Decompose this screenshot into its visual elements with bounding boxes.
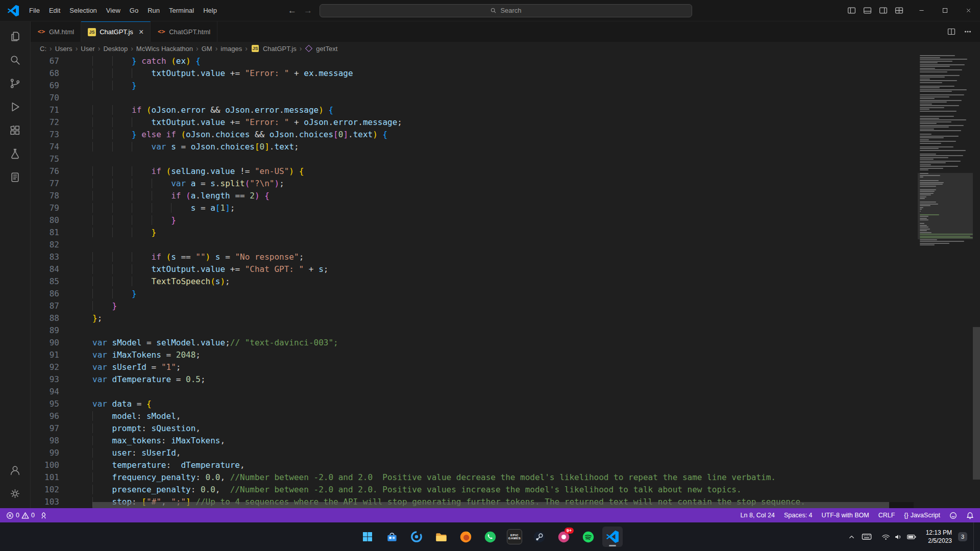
breadcrumb-item[interactable]: McWics Hackathon	[136, 45, 193, 53]
menu-run[interactable]: Run	[143, 4, 164, 17]
line-number[interactable]: 98	[31, 435, 59, 447]
whatsapp-button[interactable]	[480, 527, 500, 547]
source-control-icon[interactable]	[3, 71, 28, 95]
line-number[interactable]: 99	[31, 447, 59, 459]
line-number[interactable]: 84	[31, 263, 59, 276]
menu-help[interactable]: Help	[199, 4, 222, 17]
horizontal-scrollbar[interactable]	[92, 502, 914, 508]
line-number[interactable]: 95	[31, 398, 59, 410]
toggle-secondary-sidebar-icon[interactable]	[879, 6, 888, 15]
code-line-94[interactable]	[92, 386, 980, 398]
maximize-button[interactable]	[933, 0, 957, 21]
search-sidebar-icon[interactable]	[3, 48, 28, 71]
line-number[interactable]: 67	[31, 55, 59, 67]
line-number[interactable]: 91	[31, 349, 59, 361]
code-line-98[interactable]: max_tokens: iMaxTokens,	[92, 435, 980, 447]
code-line-87[interactable]: }	[92, 300, 980, 312]
line-number[interactable]: 102	[31, 484, 59, 496]
code-line-74[interactable]: var s = oJson.choices[0].text;	[92, 141, 980, 153]
code-line-72[interactable]: txtOutput.value += "Error: " + oJson.err…	[92, 116, 980, 129]
line-number[interactable]: 92	[31, 361, 59, 373]
code-line-92[interactable]: var sUserId = "1";	[92, 361, 980, 373]
line-number[interactable]: 69	[31, 80, 59, 92]
line-number[interactable]: 90	[31, 337, 59, 349]
feedback-icon[interactable]	[949, 512, 957, 519]
code-line-76[interactable]: if (selLang.value != "en-US") {	[92, 165, 980, 178]
line-number[interactable]: 97	[31, 422, 59, 435]
more-actions-icon[interactable]	[964, 28, 972, 36]
code-line-79[interactable]: s = a[1];	[92, 202, 980, 214]
line-number[interactable]: 83	[31, 251, 59, 263]
problems-indicator[interactable]: 0 0	[6, 512, 35, 519]
spotify-button[interactable]	[578, 527, 598, 547]
settings-gear-icon[interactable]	[3, 482, 28, 505]
indentation-setting[interactable]: Spaces: 4	[784, 512, 813, 519]
explorer-icon[interactable]	[3, 24, 28, 48]
extensions-icon[interactable]	[3, 118, 28, 142]
app-swirl-button[interactable]	[406, 527, 427, 547]
line-number[interactable]: 74	[31, 141, 59, 153]
vertical-scrollbar[interactable]	[973, 55, 980, 508]
line-number[interactable]: 101	[31, 471, 59, 484]
line-number[interactable]: 79	[31, 202, 59, 214]
line-number[interactable]: 88	[31, 312, 59, 324]
network-volume-battery-button[interactable]	[878, 529, 920, 545]
line-number[interactable]: 85	[31, 276, 59, 288]
code-line-89[interactable]	[92, 324, 980, 337]
close-tab-icon[interactable]: ×	[139, 28, 143, 37]
file-explorer-button[interactable]	[431, 527, 451, 547]
code-line-81[interactable]: }	[92, 227, 980, 239]
line-number[interactable]: 72	[31, 116, 59, 129]
breadcrumb-item[interactable]: images	[220, 45, 242, 53]
firefox-button[interactable]	[455, 527, 476, 547]
line-number[interactable]: 103	[31, 496, 59, 508]
line-number[interactable]: 78	[31, 190, 59, 202]
minimap-slider[interactable]	[918, 173, 973, 239]
line-number[interactable]: 100	[31, 459, 59, 471]
line-number[interactable]: 71	[31, 104, 59, 116]
line-number[interactable]: 89	[31, 324, 59, 337]
line-number[interactable]: 96	[31, 410, 59, 422]
code-line-101[interactable]: frequency_penalty: 0.0, //Number between…	[92, 471, 980, 484]
notifications-bell-icon[interactable]	[966, 512, 974, 519]
history-forward-icon[interactable]: →	[304, 6, 312, 16]
breadcrumb-item[interactable]: Users	[55, 45, 72, 53]
line-number[interactable]: 82	[31, 239, 59, 251]
menu-edit[interactable]: Edit	[44, 4, 65, 17]
menu-view[interactable]: View	[102, 4, 125, 17]
code-line-102[interactable]: presence_penalty: 0.0, //Number between …	[92, 484, 980, 496]
history-back-icon[interactable]: ←	[288, 6, 297, 16]
code-line-97[interactable]: prompt: sQuestion,	[92, 422, 980, 435]
line-number[interactable]: 76	[31, 165, 59, 178]
code-line-85[interactable]: TextToSpeech(s);	[92, 276, 980, 288]
code-line-82[interactable]	[92, 239, 980, 251]
breadcrumb-item[interactable]: GM	[202, 45, 212, 53]
tab-chatgpt-js[interactable]: JSChatGPT.js×	[81, 21, 151, 42]
vertical-scrollbar-thumb[interactable]	[973, 327, 980, 480]
code-line-88[interactable]: };	[92, 312, 980, 324]
taskbar-clock[interactable]: 12:13 PM 2/5/2023	[926, 529, 952, 545]
code-line-78[interactable]: if (a.length == 2) {	[92, 190, 980, 202]
menu-file[interactable]: File	[24, 4, 44, 17]
toggle-panel-icon[interactable]	[863, 6, 872, 15]
notification-count-badge[interactable]: 3	[958, 532, 967, 541]
toggle-sidebar-icon[interactable]	[847, 6, 856, 15]
steam-button[interactable]	[529, 527, 549, 547]
account-icon[interactable]	[3, 458, 28, 482]
tray-chevron-icon[interactable]	[848, 533, 855, 541]
minimize-button[interactable]	[910, 0, 933, 21]
cursor-position[interactable]: Ln 8, Col 24	[741, 512, 775, 519]
notes-extension-icon[interactable]	[3, 165, 28, 189]
code-line-84[interactable]: txtOutput.value += "Chat GPT: " + s;	[92, 263, 980, 276]
split-editor-icon[interactable]	[947, 28, 955, 36]
tab-gm-html[interactable]: <>GM.html	[31, 21, 81, 42]
minimap[interactable]	[918, 55, 973, 508]
microsoft-store-button[interactable]	[382, 527, 402, 547]
status-launch-icon[interactable]	[40, 512, 47, 519]
testing-icon[interactable]	[3, 142, 28, 165]
line-number[interactable]: 73	[31, 129, 59, 141]
menu-go[interactable]: Go	[125, 4, 143, 17]
breadcrumb-symbol[interactable]: getText	[316, 45, 337, 53]
menu-selection[interactable]: Selection	[65, 4, 101, 17]
line-number[interactable]: 75	[31, 153, 59, 165]
